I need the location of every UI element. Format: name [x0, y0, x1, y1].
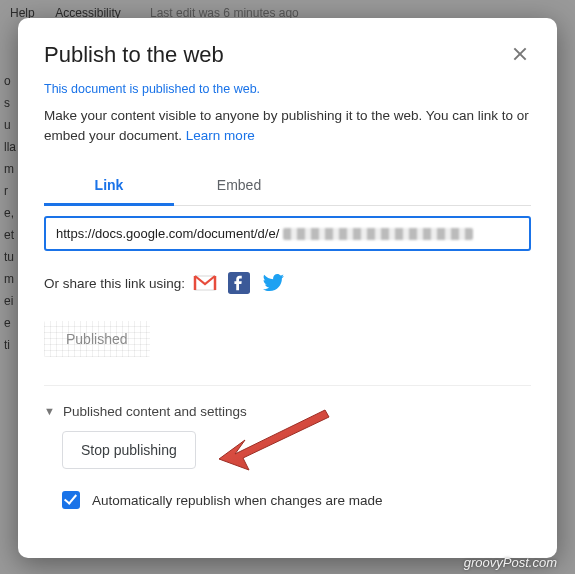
- divider: [44, 385, 531, 386]
- dialog-description: Make your content visible to anyone by p…: [44, 106, 531, 145]
- published-url-prefix: https://docs.google.com/document/d/e/: [56, 226, 279, 241]
- close-icon[interactable]: [509, 44, 531, 66]
- published-content-settings-toggle[interactable]: ▼ Published content and settings: [44, 404, 531, 419]
- watermark: groovyPost.com: [464, 555, 557, 570]
- publish-to-web-dialog: Publish to the web This document is publ…: [18, 18, 557, 558]
- collapse-label: Published content and settings: [63, 404, 247, 419]
- dialog-title: Publish to the web: [44, 42, 224, 68]
- learn-more-link[interactable]: Learn more: [186, 128, 255, 143]
- facebook-icon[interactable]: [227, 271, 251, 295]
- auto-republish-label: Automatically republish when changes are…: [92, 493, 382, 508]
- gmail-icon[interactable]: [193, 271, 217, 295]
- share-label: Or share this link using:: [44, 276, 185, 291]
- published-state-label: Published: [44, 321, 150, 357]
- auto-republish-checkbox[interactable]: [62, 491, 80, 509]
- tab-link[interactable]: Link: [44, 167, 174, 206]
- published-url-input[interactable]: https://docs.google.com/document/d/e/: [44, 216, 531, 251]
- twitter-icon[interactable]: [261, 271, 285, 295]
- tab-bar: Link Embed: [44, 167, 531, 206]
- tab-embed[interactable]: Embed: [174, 167, 304, 205]
- stop-publishing-button[interactable]: Stop publishing: [62, 431, 196, 469]
- dialog-description-text: Make your content visible to anyone by p…: [44, 108, 529, 143]
- published-url-obfuscated: [283, 228, 473, 240]
- published-status-text: This document is published to the web.: [44, 82, 531, 96]
- chevron-down-icon: ▼: [44, 405, 55, 417]
